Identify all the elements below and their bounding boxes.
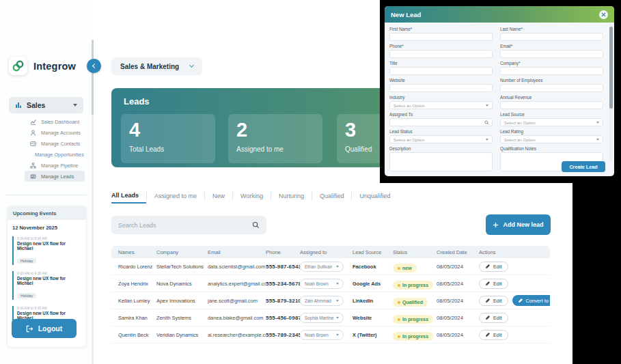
leads-tabs: All Leads Assigned to me New Working Nur…: [111, 188, 398, 204]
chevron-down-icon: [73, 104, 77, 107]
chevron-down-icon: [336, 283, 339, 285]
lead-email: ai.researcher@example.com: [208, 332, 266, 338]
lead-name: Quentin Beck: [111, 332, 156, 338]
lead-name: Kellan Lumley: [111, 298, 156, 304]
collapse-sidebar-button[interactable]: [87, 59, 101, 73]
field-label: Website: [389, 78, 493, 83]
table-header: Names Company Email Phone Assigned to Le…: [111, 246, 550, 258]
assigned-to-dropdown[interactable]: Noah Brown: [300, 330, 344, 340]
search-input[interactable]: [118, 222, 252, 229]
assigned-to-dropdown[interactable]: Noah Brown: [300, 279, 344, 289]
status-badge: In progress: [393, 281, 433, 290]
tab-qualified[interactable]: Qualified: [312, 188, 352, 204]
stat-label: Total Leads: [129, 145, 207, 153]
sidebar-item-manage-leads[interactable]: Manage Leads: [25, 171, 85, 182]
table-row: Zoya Hendrix Nova Dynamics analytics.exp…: [111, 275, 550, 292]
assigned-to-search-input[interactable]: [389, 118, 493, 126]
create-lead-button[interactable]: Create Lead: [562, 161, 605, 172]
tab-working[interactable]: Working: [233, 188, 271, 204]
workspace-selector[interactable]: Sales & Marketing: [111, 57, 202, 75]
chevron-down-icon: [336, 317, 339, 319]
tab-assigned-to-me[interactable]: Assigned to me: [147, 188, 204, 204]
lead-email: analytics.expert@gmail.com: [208, 281, 266, 287]
col-company: Company: [156, 249, 208, 255]
lead-created-date: 08/05/2024: [437, 281, 479, 287]
phone-input[interactable]: [389, 50, 493, 58]
assigned-to-dropdown[interactable]: Sophia Martinez: [300, 313, 344, 323]
event-tag: Holiday: [17, 258, 36, 264]
status-dot-icon: [398, 301, 400, 304]
lead-created-date: 08/05/2024: [437, 332, 479, 338]
field-label: Number of Employees: [500, 78, 603, 83]
assigned-to-dropdown[interactable]: Ethan Sullivan: [300, 262, 344, 272]
lead-name: Ricardo Lorenz: [111, 264, 156, 270]
field-label: Last Name*: [500, 27, 603, 31]
stat-assigned-to-me: 2 Assigned to me: [228, 114, 322, 163]
leads-table: Names Company Email Phone Assigned to Le…: [111, 246, 550, 344]
edit-button[interactable]: Edit: [479, 330, 508, 340]
logout-button[interactable]: Logout: [12, 319, 77, 338]
sidebar-item-manage-contacts[interactable]: Manage Contacts: [25, 138, 85, 149]
sidebar-section-sales[interactable]: Sales: [9, 97, 83, 113]
edit-button[interactable]: Edit: [479, 262, 508, 272]
lead-email: jane.scott@gmail.com: [208, 298, 266, 304]
industry-select[interactable]: Select an Option: [389, 101, 493, 109]
modal-scrollbar-thumb[interactable]: [609, 27, 613, 109]
annual-revenue-input[interactable]: [500, 101, 603, 109]
add-new-lead-label: Add New lead: [503, 221, 543, 228]
tab-new[interactable]: New: [205, 188, 232, 204]
lead-phone: 555-987-6543: [266, 264, 300, 270]
modal-title: New Lead: [391, 11, 599, 18]
lead-created-date: 08/05/2024: [437, 298, 479, 304]
tab-unqualified[interactable]: Unqualified: [352, 188, 398, 204]
sidebar-item-manage-accounts[interactable]: Manage Accounts: [25, 127, 85, 138]
add-new-lead-button[interactable]: Add New lead: [486, 214, 551, 235]
company-input[interactable]: [500, 67, 603, 75]
event-item[interactable]: 9:00 AM to 9:30 AM Design new UX flow fo…: [12, 271, 81, 300]
website-input[interactable]: [389, 84, 493, 92]
chevron-down-icon: [336, 300, 339, 302]
sidebar-menu: Sales Dashboard Manage Accounts Manage C…: [25, 116, 85, 182]
lead-company: Veridian Dynamics: [156, 332, 208, 338]
edit-button[interactable]: Edit: [479, 296, 508, 306]
tab-all-leads[interactable]: All Leads: [111, 188, 146, 204]
col-lead-source: Lead Source: [353, 249, 393, 255]
close-button[interactable]: [599, 10, 608, 19]
employees-input[interactable]: [500, 84, 603, 92]
sidebar-scrollbar-thumb[interactable]: [92, 40, 94, 115]
logout-label: Logout: [38, 324, 63, 333]
lead-status-select[interactable]: Select an Option: [389, 135, 493, 143]
sidebar-item-sales-dashboard[interactable]: Sales Dashboard: [25, 116, 85, 127]
edit-button[interactable]: Edit: [479, 279, 508, 289]
modal-form: First Name* Last Name* Phone* Email* Tit…: [385, 23, 614, 173]
last-name-input[interactable]: [500, 33, 603, 41]
chevron-down-icon: [596, 122, 599, 124]
first-name-input[interactable]: [389, 33, 493, 41]
assigned-to-dropdown[interactable]: Zain Ahmmad: [300, 296, 344, 306]
stat-value: 2: [236, 118, 314, 141]
description-textarea[interactable]: [389, 152, 493, 171]
lead-company: StellarTech Solutions: [156, 264, 208, 270]
search-icon: [252, 221, 260, 229]
title-input[interactable]: [389, 67, 493, 75]
event-item[interactable]: 9:00 AM to 9:30 AM Design new UX flow fo…: [12, 236, 81, 265]
plus-icon: [493, 222, 499, 228]
table-row: Samira Khan Zenith Systems danea.blake@g…: [111, 309, 550, 326]
edit-button[interactable]: Edit: [479, 313, 508, 323]
email-input[interactable]: [500, 50, 603, 58]
stat-total-leads: 4 Total Leads: [121, 114, 215, 163]
status-dot-icon: [398, 284, 400, 287]
pencil-icon: [518, 298, 523, 303]
tab-nurturing[interactable]: Nurturing: [271, 188, 312, 204]
sidebar-item-manage-pipeline[interactable]: Manage Pipeline: [25, 160, 85, 171]
event-title: Design new UX flow for Michael: [17, 241, 81, 251]
sidebar-scrollbar[interactable]: [92, 40, 94, 364]
lead-source-select[interactable]: Select an Option: [500, 118, 603, 126]
chevron-down-icon: [189, 63, 194, 68]
sidebar-item-manage-opportunities[interactable]: Manage Opportunities: [25, 149, 85, 160]
lead-rating-select[interactable]: Select an Option: [500, 135, 603, 143]
field-label: Qualification Notes: [500, 146, 603, 151]
lead-name: Samira Khan: [111, 315, 156, 321]
table-row: Quentin Beck Veridian Dynamics ai.resear…: [111, 326, 550, 344]
convert-to-lead-button[interactable]: Convert to lead: [512, 295, 550, 306]
